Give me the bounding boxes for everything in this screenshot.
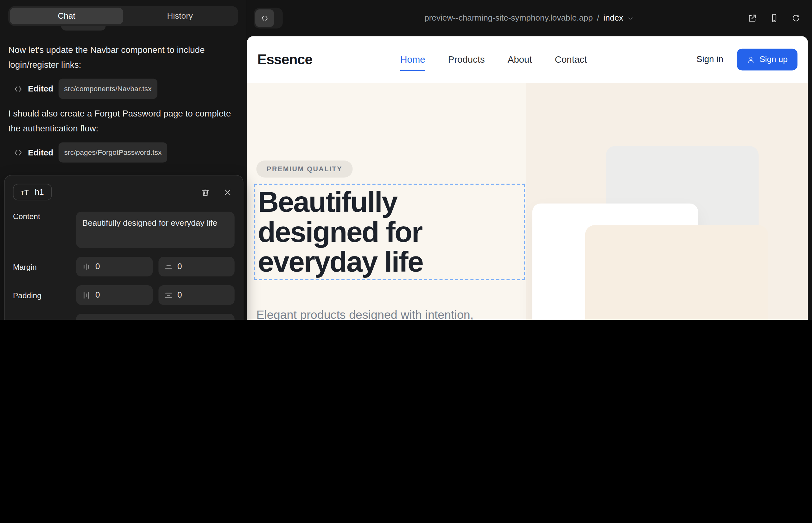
chat-history-tabs: Chat History	[8, 6, 238, 26]
delete-element-button[interactable]	[198, 185, 212, 199]
close-icon	[223, 187, 232, 197]
chevron-down-icon	[628, 15, 634, 21]
tab-chat[interactable]: Chat	[10, 8, 123, 24]
nav-link-contact[interactable]: Contact	[555, 54, 587, 65]
hero-paragraph: Elegant products designed with intention…	[256, 306, 511, 320]
font-size-select[interactable]: 5XL	[76, 314, 234, 320]
selected-element-pill[interactable]: тT h1	[13, 184, 52, 200]
close-editor-button[interactable]	[221, 185, 235, 199]
preview-actions	[746, 0, 801, 36]
hero-heading-line: everyday life	[258, 247, 524, 277]
hero-section: PREMIUM QUALITY Beautifully designed for…	[247, 83, 808, 320]
content-label: Content	[13, 212, 76, 221]
url-page: index	[603, 14, 623, 23]
file-chip[interactable]: src/pages/ForgotPassword.tsx	[58, 142, 167, 163]
sign-up-button[interactable]: Sign up	[737, 49, 797, 71]
nav-link-about[interactable]: About	[508, 54, 532, 65]
margin-vertical-icon	[164, 263, 172, 271]
nav-link-home[interactable]: Home	[400, 54, 425, 65]
padding-label: Padding	[13, 291, 76, 300]
hero-heading-line: designed for	[258, 217, 524, 247]
selected-element-tag: h1	[35, 187, 44, 197]
padding-row: Padding 0 0	[13, 285, 235, 305]
device-preview-button[interactable]	[769, 12, 780, 24]
margin-label: Margin	[13, 262, 76, 271]
edit-action-label: Edited	[28, 82, 53, 96]
padding-horizontal-icon	[82, 291, 90, 299]
editor-header: тT h1	[13, 183, 235, 201]
site-navbar: Essence Home Products About Contact Sign…	[247, 36, 808, 83]
hero-heading-line: Beautifully	[258, 187, 524, 217]
site-nav-links: Home Products About Contact	[400, 54, 587, 65]
margin-row: Margin 0 0	[13, 257, 235, 276]
preview-topbar: preview--charming-site-symphony.lovable.…	[246, 0, 812, 36]
padding-vertical-input[interactable]: 0	[158, 285, 235, 305]
file-edit-entry: Edited src/components/Navbar.tsx	[14, 79, 240, 99]
trash-icon	[200, 187, 210, 197]
file-chip[interactable]: src/components/Navbar.tsx	[58, 79, 157, 99]
text-size-icon: тT	[21, 188, 29, 196]
refresh-button[interactable]	[790, 12, 801, 24]
site-logo[interactable]: Essence	[258, 52, 312, 68]
padding-horizontal-input[interactable]: 0	[76, 285, 152, 305]
preview-pane: preview--charming-site-symphony.lovable.…	[246, 0, 812, 320]
open-in-new-tab-button[interactable]	[746, 12, 758, 24]
nav-link-products[interactable]: Products	[448, 54, 485, 65]
hero-heading-selected[interactable]: Beautifully designed for everyday life	[254, 184, 525, 280]
refresh-icon	[791, 14, 800, 23]
file-edit-entry: Edited src/pages/ForgotPassword.tsx	[14, 142, 240, 163]
site-preview: Essence Home Products About Contact Sign…	[247, 36, 808, 320]
content-input[interactable]: Beautifully designed for everyday life	[76, 212, 234, 248]
code-icon	[14, 84, 23, 93]
url-host: preview--charming-site-symphony.lovable.…	[424, 14, 593, 23]
chat-transcript: Now let's update the Navbar component to…	[8, 37, 239, 170]
site-auth: Sign in Sign up	[696, 49, 797, 71]
builder-sidebar: Chat History Now let's update the Navbar…	[0, 0, 246, 320]
edit-action-label: Edited	[28, 145, 53, 160]
tab-history[interactable]: History	[123, 8, 236, 24]
app-window: Chat History Now let's update the Navbar…	[0, 0, 812, 320]
smartphone-icon	[770, 14, 779, 23]
padding-vertical-icon	[164, 291, 172, 299]
external-link-icon	[747, 13, 757, 23]
url-separator: /	[597, 14, 599, 23]
user-icon	[747, 55, 755, 64]
font-size-row: Font size 5XL	[13, 314, 235, 320]
margin-vertical-input[interactable]: 0	[158, 257, 235, 276]
decor-card-cream	[585, 225, 768, 320]
assistant-message: Now let's update the Navbar component to…	[8, 42, 239, 72]
code-icon	[14, 148, 23, 157]
quality-badge: PREMIUM QUALITY	[256, 161, 352, 178]
margin-horizontal-icon	[82, 263, 90, 271]
element-style-editor: тT h1 Content	[4, 175, 243, 320]
assistant-message: I should also create a Forgot Password p…	[8, 106, 239, 136]
content-row: Content Beautifully designed for everyda…	[13, 212, 235, 248]
margin-horizontal-input[interactable]: 0	[76, 257, 152, 276]
preview-url-bar[interactable]: preview--charming-site-symphony.lovable.…	[246, 0, 812, 36]
font-size-label: Font size	[13, 319, 76, 320]
sign-in-link[interactable]: Sign in	[696, 54, 723, 65]
